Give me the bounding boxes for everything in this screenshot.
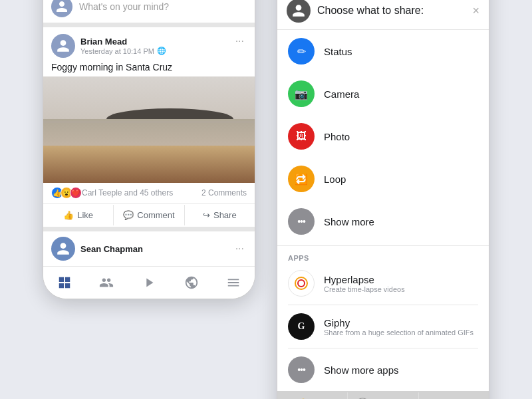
preview-options[interactable]: ··· — [233, 241, 247, 256]
status-option-icon: ✏ — [288, 38, 315, 65]
camera-option-icon: 📷 — [288, 80, 315, 107]
post-author-avatar[interactable] — [51, 34, 75, 58]
phone2: ●●● oo Sketch ▲ 9:41 AM 100% 🔍 Search — [277, 0, 489, 399]
giphy-icon: G — [288, 313, 315, 340]
camera-option-label: Camera — [324, 88, 359, 100]
show-more-option-label: Show more — [324, 216, 374, 227]
share-option-photo[interactable]: 🖼 Photo — [277, 115, 489, 158]
photo-option-icon: 🖼 — [288, 123, 315, 150]
dimmed-share: ↪ Share — [419, 392, 489, 399]
show-more-apps-icon: ••• — [288, 356, 315, 383]
share-user-avatar — [287, 0, 311, 23]
share-option-loop[interactable]: 🔁 Loop — [277, 158, 489, 200]
loop-option-icon: 🔁 — [288, 166, 315, 192]
share-button[interactable]: ↪ Share — [185, 205, 255, 225]
hyperlapse-desc: Create time-lapse videos — [324, 285, 405, 293]
app-giphy[interactable]: G Giphy Share from a huge selection of a… — [288, 308, 478, 345]
dimmed-actions: 👍 Like 💬 Comment ↪ Share — [277, 391, 489, 399]
apps-divider — [288, 305, 478, 305]
photo-option-label: Photo — [324, 131, 350, 142]
share-sheet: Choose what to share: × ✏ Status 📷 Camer… — [277, 0, 489, 391]
tab-globe[interactable] — [177, 272, 206, 293]
share-header: Choose what to share: × — [277, 0, 489, 30]
heart-reaction: ❤️ — [70, 187, 82, 199]
tab-news-feed[interactable] — [50, 272, 79, 293]
giphy-name: Giphy — [324, 317, 473, 329]
hyperlapse-name: Hyperlapse — [324, 274, 405, 285]
app-hyperlapse[interactable]: Hyperlapse Create time-lapse videos — [288, 265, 478, 302]
comment-button[interactable]: 💬 Comment — [114, 205, 184, 225]
share-icon: ↪ — [203, 210, 210, 220]
like-label: Like — [77, 210, 93, 220]
apps-section: APPS Hyperlapse Create time-lapse videos — [277, 249, 489, 391]
post-timestamp: Yesterday at 10:14 PM — [80, 47, 154, 55]
post-text: Foggy morning in Santa Cruz — [43, 61, 255, 76]
comment-label: Comment — [137, 210, 174, 220]
post-input-row[interactable]: What's on your mind? — [43, 0, 255, 23]
public-icon: 🌐 — [157, 47, 166, 55]
reactions-count: Carl Teeple and 45 others — [82, 188, 173, 198]
preview-author-avatar — [51, 237, 75, 261]
close-button[interactable]: × — [472, 4, 479, 18]
post-options-button[interactable]: ··· — [233, 34, 247, 49]
phone1: Carrier ▲ 1:20 PM 100% 🔍 Search — [43, 0, 255, 299]
loop-option-label: Loop — [324, 174, 346, 185]
feed-post: Brian Mead Yesterday at 10:14 PM 🌐 ··· F… — [43, 23, 255, 227]
dimmed-overlay: 👍 Like 💬 Comment ↪ Share Sean Chapman — [277, 391, 489, 399]
share-title: Choose what to share: — [317, 5, 424, 17]
like-button[interactable]: 👍 Like — [43, 205, 114, 225]
post-header: Brian Mead Yesterday at 10:14 PM 🌐 ··· — [43, 27, 255, 61]
apps-divider2 — [288, 348, 478, 348]
tab-friends[interactable] — [92, 272, 121, 293]
post-image[interactable] — [43, 76, 255, 183]
show-more-option-icon: ••• — [288, 208, 315, 235]
post-author-name[interactable]: Brian Mead — [80, 37, 166, 47]
share-option-show-more[interactable]: ••• Show more — [277, 200, 489, 243]
share-label: Share — [213, 210, 237, 220]
comments-count: 2 Comments — [201, 188, 247, 198]
post-input-field[interactable]: What's on your mind? — [79, 1, 169, 12]
preview-author-name: Sean Chapman — [80, 244, 143, 254]
share-option-camera[interactable]: 📷 Camera — [277, 72, 489, 115]
dimmed-comment: 💬 Comment — [348, 392, 418, 399]
user-avatar — [51, 0, 72, 17]
apps-section-label: APPS — [288, 254, 478, 262]
post-actions: 👍 Like 💬 Comment ↪ Share — [43, 203, 255, 227]
divider — [277, 245, 489, 246]
tab-bar — [43, 266, 255, 299]
show-more-apps-label: Show more apps — [324, 364, 399, 376]
giphy-desc: Share from a huge selection of animated … — [324, 329, 473, 336]
svg-point-1 — [298, 280, 305, 287]
post-reactions: 👍 😮 ❤️ Carl Teeple and 45 others 2 Comme… — [43, 183, 255, 203]
tab-video[interactable] — [134, 272, 164, 293]
next-post-preview: Sean Chapman ··· — [43, 227, 255, 266]
app-show-more[interactable]: ••• Show more apps — [288, 351, 478, 388]
dimmed-like: 👍 Like — [277, 392, 348, 399]
svg-point-0 — [295, 277, 307, 289]
comment-icon: 💬 — [123, 210, 134, 220]
status-option-label: Status — [324, 46, 352, 57]
like-icon: 👍 — [63, 210, 74, 220]
hyperlapse-icon — [288, 270, 315, 297]
share-option-status[interactable]: ✏ Status — [277, 30, 489, 72]
tab-menu[interactable] — [219, 272, 248, 293]
